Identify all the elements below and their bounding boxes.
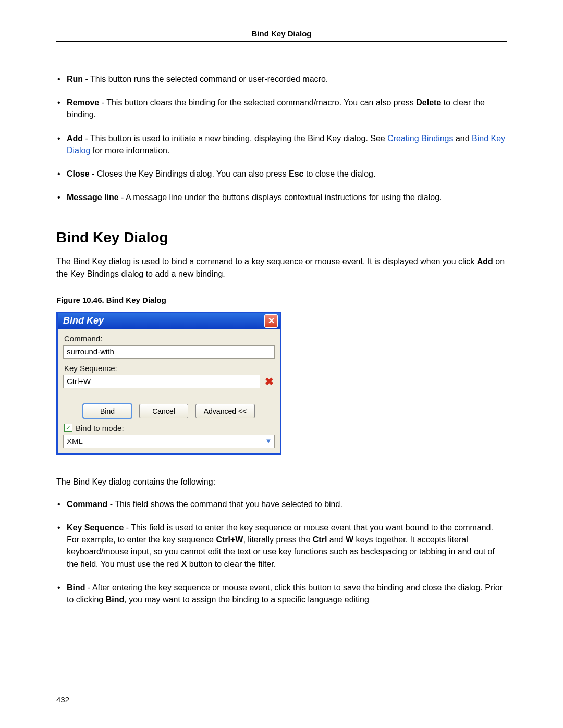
keyseq-label: Key Sequence:: [64, 364, 275, 373]
section-intro: The Bind Key dialog is used to bind a co…: [56, 255, 507, 279]
list-text: - Closes the Key Bindings dialog. You ca…: [90, 169, 289, 178]
kbd-ctrlw: Ctrl+W: [216, 535, 243, 544]
key-delete: Delete: [416, 98, 441, 107]
list-item: Add - This button is used to initiate a …: [56, 132, 507, 156]
dialog-titlebar: Bind Key ✕: [58, 313, 280, 329]
term-command: Command: [67, 500, 107, 509]
first-bullet-list: Run - This button runs the selected comm…: [56, 73, 507, 203]
cancel-button[interactable]: Cancel: [139, 404, 188, 418]
document-page: Bind Key Dialog Run - This button runs t…: [0, 0, 563, 728]
term-key-sequence: Key Sequence: [67, 523, 124, 532]
list-text: , you may want to assign the binding to …: [124, 595, 369, 604]
mode-select-value: XML: [67, 437, 263, 446]
list-item: Remove - This button clears the binding …: [56, 96, 507, 120]
term-close: Close: [67, 169, 90, 178]
red-x: X: [181, 560, 187, 569]
list-item: Run - This button runs the selected comm…: [56, 73, 507, 85]
list-text: - This field shows the command that you …: [107, 500, 342, 509]
list-item: Close - Closes the Key Bindings dialog. …: [56, 168, 507, 180]
list-text: - A message line under the buttons displ…: [119, 193, 442, 202]
intro-text: The Bind Key dialog is used to bind a co…: [56, 257, 477, 266]
section-heading: Bind Key Dialog: [56, 229, 507, 246]
list-text: and: [327, 535, 346, 544]
term-run: Run: [67, 75, 83, 83]
list-text: button to clear the filter.: [187, 560, 276, 569]
key-esc: Esc: [289, 169, 303, 178]
list-item: Message line - A message line under the …: [56, 191, 507, 203]
dialog-button-row: Bind Cancel Advanced <<: [63, 404, 275, 418]
list-text: to close the dialog.: [304, 169, 376, 178]
bind-to-mode-row: ✓ Bind to mode:: [64, 424, 275, 433]
list-item: Bind - After entering the key sequence o…: [56, 582, 507, 606]
list-item: Command - This field shows the command t…: [56, 498, 507, 510]
list-text: - This button is used to initiate a new …: [83, 134, 387, 143]
close-icon[interactable]: ✕: [264, 314, 278, 328]
bind-to-mode-label: Bind to mode:: [76, 424, 124, 433]
figure-caption: Figure 10.46. Bind Key Dialog: [56, 295, 507, 304]
page-footer: 432: [56, 692, 507, 704]
term-add: Add: [67, 134, 83, 143]
bind-to-mode-checkbox[interactable]: ✓: [64, 424, 72, 432]
term-message-line: Message line: [67, 193, 119, 202]
list-text: for more information.: [90, 146, 169, 155]
term-bind: Bind: [67, 583, 85, 592]
list-text: - This button clears the binding for the…: [99, 98, 416, 107]
key-sequence-input[interactable]: [63, 375, 260, 388]
second-bullet-list: Command - This field shows the command t…: [56, 498, 507, 606]
bind-key-dialog: Bind Key ✕ Command: Key Sequence: ✖ Bind…: [56, 312, 282, 455]
intro-bold-add: Add: [477, 257, 493, 266]
dialog-title: Bind Key: [63, 315, 264, 326]
page-number: 432: [56, 695, 69, 704]
bind-button[interactable]: Bind: [83, 404, 132, 418]
chevron-down-icon: ▼: [263, 435, 274, 448]
list-text: , literally press the: [243, 535, 312, 544]
command-label: Command:: [64, 334, 275, 343]
term-remove: Remove: [67, 98, 99, 107]
after-figure-text: The Bind Key dialog contains the followi…: [56, 476, 507, 488]
link-creating-bindings[interactable]: Creating Bindings: [387, 134, 453, 143]
list-text: and: [453, 134, 472, 143]
btn-bind-ref: Bind: [106, 595, 125, 604]
command-input[interactable]: [63, 345, 275, 359]
clear-keyseq-icon[interactable]: ✖: [263, 376, 275, 387]
list-text: - This button runs the selected command …: [83, 75, 328, 83]
kbd-ctrl: Ctrl: [313, 535, 327, 544]
mode-select[interactable]: XML ▼: [63, 435, 275, 448]
kbd-w: W: [346, 535, 353, 544]
running-header: Bind Key Dialog: [56, 29, 507, 42]
advanced-button[interactable]: Advanced <<: [195, 404, 255, 418]
list-item: Key Sequence - This field is used to ent…: [56, 522, 507, 570]
dialog-body: Command: Key Sequence: ✖ Bind Cancel Adv…: [58, 329, 280, 453]
